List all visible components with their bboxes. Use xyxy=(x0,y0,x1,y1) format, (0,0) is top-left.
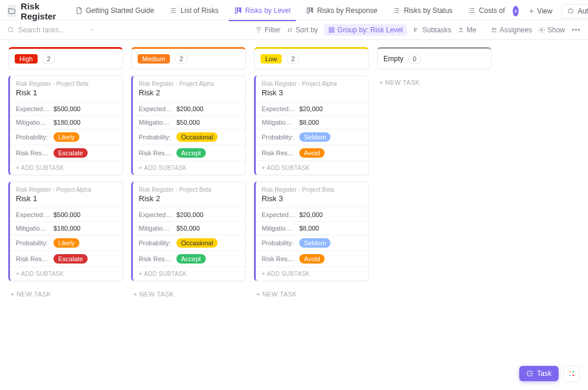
column-count: 0 xyxy=(408,54,421,64)
chevron-down-icon[interactable] xyxy=(89,26,95,33)
apps-fab[interactable] xyxy=(563,365,580,382)
add-view-label: View xyxy=(537,7,553,15)
new-task-button[interactable]: + NEW TASK xyxy=(254,287,369,301)
view-icon xyxy=(393,6,401,15)
filter-button[interactable]: Filter xyxy=(255,26,280,34)
add-subtask-button[interactable]: + ADD SUBTASK xyxy=(256,161,368,175)
probability-chip: Occasional xyxy=(176,132,218,142)
board-column-medium: Medium2Risk Register›Project AlphaRisk 2… xyxy=(131,47,246,383)
svg-point-10 xyxy=(393,10,394,11)
task-card[interactable]: Risk Register›Project BetaRisk 1Expected… xyxy=(8,75,123,175)
probability-chip: Likely xyxy=(54,132,79,142)
breadcrumb-project: Project Beta xyxy=(302,186,334,193)
field-value: $180,000 xyxy=(54,225,81,232)
svg-rect-23 xyxy=(332,31,334,32)
field-label: Expected C… xyxy=(139,211,173,218)
show-button[interactable]: Show xyxy=(538,26,565,34)
new-task-button[interactable]: + NEW TASK xyxy=(377,75,492,89)
view-tab[interactable]: Getting Started Guide xyxy=(69,1,159,21)
field-label: Mitigation … xyxy=(262,225,296,232)
me-button[interactable]: Me xyxy=(457,26,477,34)
me-label: Me xyxy=(467,26,477,34)
view-tab[interactable]: Risks by Level xyxy=(229,1,296,21)
field-mitigation: Mitigation …$180,000 xyxy=(10,221,122,235)
board-column-low: Low2Risk Register›Project AlphaRisk 3Exp… xyxy=(254,47,369,383)
toolbar: Filter Sort by Group by: Risk Level Subt… xyxy=(0,20,588,40)
more-menu-button[interactable] xyxy=(571,29,581,31)
subtasks-button[interactable]: Subtasks xyxy=(413,26,451,34)
more-views-button[interactable] xyxy=(513,6,519,16)
task-title: Risk 3 xyxy=(256,193,368,208)
task-card[interactable]: Risk Register›Project AlphaRisk 1Expecte… xyxy=(8,181,123,281)
people-icon xyxy=(490,26,497,34)
view-tab[interactable]: Risks by Response xyxy=(300,1,383,21)
response-chip: Avoid xyxy=(299,254,325,264)
topbar: Risk Register Getting Started GuideList … xyxy=(0,0,588,20)
field-mitigation: Mitigation …$50,000 xyxy=(133,115,245,129)
field-probability: Probability:Seldom xyxy=(256,129,368,145)
field-risk-response: Risk Respo…Accept xyxy=(133,251,245,266)
svg-rect-4 xyxy=(238,8,239,11)
automate-button[interactable]: Automate xyxy=(562,4,588,18)
chevron-right-icon: › xyxy=(298,186,300,193)
column-count: 2 xyxy=(175,54,188,64)
svg-point-14 xyxy=(469,12,469,12)
column-header[interactable]: Low2 xyxy=(254,47,369,69)
new-task-fab[interactable]: Task xyxy=(519,366,559,381)
new-task-button[interactable]: + NEW TASK xyxy=(131,287,246,301)
add-subtask-button[interactable]: + ADD SUBTASK xyxy=(256,266,368,281)
column-header[interactable]: Empty0 xyxy=(377,47,492,69)
sortby-button[interactable]: Sort by xyxy=(286,26,318,34)
column-label: High xyxy=(15,54,38,64)
task-card[interactable]: Risk Register›Project AlphaRisk 2Expecte… xyxy=(131,75,246,175)
subtasks-label: Subtasks xyxy=(422,26,451,34)
sortby-label: Sort by xyxy=(296,26,318,34)
svg-rect-7 xyxy=(310,8,312,11)
search-input[interactable] xyxy=(18,26,83,34)
field-label: Mitigation … xyxy=(16,119,50,126)
field-expected-cost: Expected C…$20,000 xyxy=(256,208,368,221)
response-chip: Accept xyxy=(176,148,206,158)
breadcrumb-root: Risk Register xyxy=(16,81,51,87)
field-label: Expected C… xyxy=(139,105,173,112)
field-value: $8,000 xyxy=(299,225,319,232)
groupby-label: Group by: Risk Level xyxy=(338,26,403,34)
view-tab[interactable]: List of Risks xyxy=(164,1,224,21)
column-header[interactable]: High2 xyxy=(8,47,123,69)
field-probability: Probability:Likely xyxy=(10,235,122,251)
view-tab[interactable]: Risks by Status xyxy=(387,1,458,21)
field-risk-response: Risk Respo…Escalate xyxy=(10,145,122,161)
task-card[interactable]: Risk Register›Project BetaRisk 2Expected… xyxy=(131,181,246,281)
breadcrumb-project: Project Alpha xyxy=(302,81,337,87)
chevron-right-icon: › xyxy=(52,186,54,193)
column-count: 2 xyxy=(286,54,299,64)
add-view-button[interactable]: View xyxy=(523,7,557,15)
view-tab[interactable]: Costs of xyxy=(463,1,510,21)
groupby-button[interactable]: Group by: Risk Level xyxy=(324,24,407,36)
new-task-button[interactable]: + NEW TASK xyxy=(8,287,123,301)
task-card[interactable]: Risk Register›Project AlphaRisk 3Expecte… xyxy=(254,75,369,175)
field-probability: Probability:Occasional xyxy=(133,129,245,145)
svg-rect-3 xyxy=(235,8,237,13)
field-label: Risk Respo… xyxy=(16,149,50,156)
response-chip: Escalate xyxy=(54,254,88,264)
column-header[interactable]: Medium2 xyxy=(131,47,246,69)
task-card[interactable]: Risk Register›Project BetaRisk 3Expected… xyxy=(254,181,369,281)
view-icon xyxy=(306,6,314,15)
svg-point-12 xyxy=(469,8,469,8)
assignees-button[interactable]: Assignees xyxy=(490,26,532,34)
field-risk-response: Risk Respo…Accept xyxy=(133,145,245,161)
field-label: Probability: xyxy=(262,134,296,141)
svg-rect-5 xyxy=(240,8,240,12)
new-task-fab-label: Task xyxy=(537,369,552,378)
svg-point-31 xyxy=(569,375,571,376)
add-subtask-button[interactable]: + ADD SUBTASK xyxy=(10,161,122,175)
group-icon xyxy=(328,26,335,34)
add-subtask-button[interactable]: + ADD SUBTASK xyxy=(133,161,245,175)
svg-point-24 xyxy=(460,28,462,29)
field-label: Expected C… xyxy=(16,211,50,218)
view-tab-label: Risks by Level xyxy=(245,6,290,15)
add-subtask-button[interactable]: + ADD SUBTASK xyxy=(10,266,122,281)
add-subtask-button[interactable]: + ADD SUBTASK xyxy=(133,266,245,281)
svg-point-32 xyxy=(573,375,574,376)
